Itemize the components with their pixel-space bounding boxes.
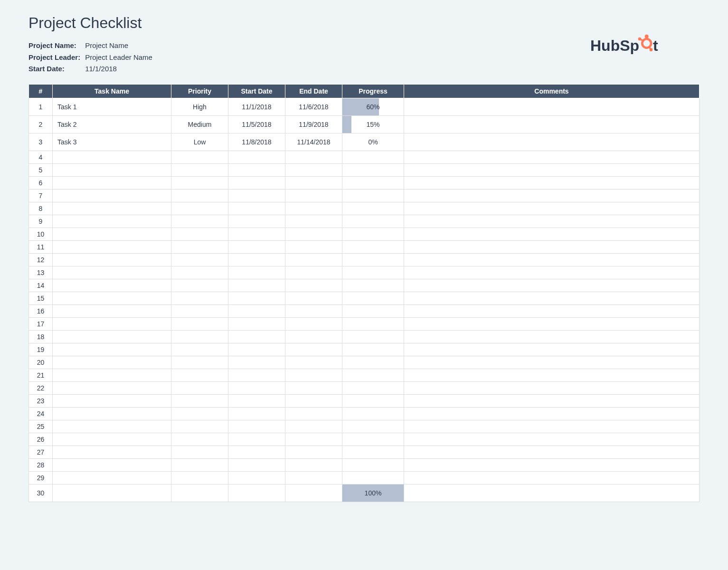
- priority-cell[interactable]: [171, 458, 228, 471]
- progress-cell[interactable]: [342, 407, 404, 420]
- priority-cell[interactable]: [171, 420, 228, 433]
- end-date-cell[interactable]: [285, 253, 342, 266]
- end-date-cell[interactable]: [285, 292, 342, 304]
- end-date-cell[interactable]: [285, 369, 342, 381]
- priority-cell[interactable]: [171, 381, 228, 394]
- progress-cell[interactable]: [342, 228, 404, 240]
- task-name-cell[interactable]: [53, 433, 171, 446]
- progress-cell[interactable]: 15%: [342, 115, 404, 133]
- progress-cell[interactable]: [342, 215, 404, 228]
- progress-cell[interactable]: [342, 176, 404, 189]
- task-name-cell[interactable]: Task 2: [53, 115, 171, 133]
- task-name-cell[interactable]: [53, 292, 171, 304]
- end-date-cell[interactable]: [285, 202, 342, 215]
- task-name-cell[interactable]: [53, 369, 171, 381]
- progress-cell[interactable]: [342, 369, 404, 381]
- start-date-cell[interactable]: [228, 343, 285, 356]
- end-date-cell[interactable]: 11/14/2018: [285, 133, 342, 151]
- start-date-cell[interactable]: [228, 356, 285, 369]
- task-name-cell[interactable]: [53, 228, 171, 240]
- task-name-cell[interactable]: [53, 420, 171, 433]
- comments-cell[interactable]: [404, 189, 700, 202]
- start-date-cell[interactable]: 11/1/2018: [228, 98, 285, 115]
- end-date-cell[interactable]: [285, 407, 342, 420]
- start-date-cell[interactable]: [228, 279, 285, 292]
- task-name-cell[interactable]: [53, 343, 171, 356]
- start-date-cell[interactable]: [228, 240, 285, 253]
- start-date-cell[interactable]: [228, 176, 285, 189]
- comments-cell[interactable]: [404, 304, 700, 317]
- comments-cell[interactable]: [404, 433, 700, 446]
- comments-cell[interactable]: [404, 330, 700, 343]
- comments-cell[interactable]: [404, 317, 700, 330]
- start-date-cell[interactable]: [228, 458, 285, 471]
- task-name-cell[interactable]: [53, 407, 171, 420]
- comments-cell[interactable]: [404, 151, 700, 163]
- priority-cell[interactable]: [171, 176, 228, 189]
- priority-cell[interactable]: [171, 369, 228, 381]
- comments-cell[interactable]: [404, 381, 700, 394]
- start-date-cell[interactable]: [228, 420, 285, 433]
- start-date-cell[interactable]: [228, 292, 285, 304]
- end-date-cell[interactable]: [285, 215, 342, 228]
- start-date-cell[interactable]: [228, 471, 285, 484]
- end-date-cell[interactable]: [285, 189, 342, 202]
- comments-cell[interactable]: [404, 176, 700, 189]
- end-date-cell[interactable]: [285, 381, 342, 394]
- start-date-cell[interactable]: [228, 215, 285, 228]
- start-date-cell[interactable]: [228, 330, 285, 343]
- progress-cell[interactable]: [342, 343, 404, 356]
- comments-cell[interactable]: [404, 228, 700, 240]
- priority-cell[interactable]: [171, 292, 228, 304]
- progress-cell[interactable]: [342, 356, 404, 369]
- comments-cell[interactable]: [404, 394, 700, 407]
- priority-cell[interactable]: [171, 484, 228, 502]
- priority-cell[interactable]: [171, 151, 228, 163]
- progress-cell[interactable]: [342, 458, 404, 471]
- comments-cell[interactable]: [404, 458, 700, 471]
- priority-cell[interactable]: Medium: [171, 115, 228, 133]
- task-name-cell[interactable]: [53, 381, 171, 394]
- comments-cell[interactable]: [404, 343, 700, 356]
- task-name-cell[interactable]: [53, 189, 171, 202]
- comments-cell[interactable]: [404, 279, 700, 292]
- priority-cell[interactable]: [171, 407, 228, 420]
- task-name-cell[interactable]: [53, 458, 171, 471]
- start-date-cell[interactable]: [228, 484, 285, 502]
- task-name-cell[interactable]: [53, 330, 171, 343]
- priority-cell[interactable]: [171, 394, 228, 407]
- priority-cell[interactable]: [171, 471, 228, 484]
- start-date-cell[interactable]: [228, 163, 285, 176]
- end-date-cell[interactable]: [285, 279, 342, 292]
- progress-cell[interactable]: [342, 446, 404, 458]
- priority-cell[interactable]: [171, 189, 228, 202]
- priority-cell[interactable]: [171, 240, 228, 253]
- end-date-cell[interactable]: [285, 163, 342, 176]
- progress-cell[interactable]: 0%: [342, 133, 404, 151]
- start-date-cell[interactable]: [228, 228, 285, 240]
- progress-cell[interactable]: 100%: [342, 484, 404, 502]
- task-name-cell[interactable]: [53, 151, 171, 163]
- task-name-cell[interactable]: [53, 471, 171, 484]
- start-date-cell[interactable]: [228, 151, 285, 163]
- progress-cell[interactable]: [342, 253, 404, 266]
- priority-cell[interactable]: Low: [171, 133, 228, 151]
- task-name-cell[interactable]: [53, 202, 171, 215]
- priority-cell[interactable]: [171, 228, 228, 240]
- progress-cell[interactable]: [342, 304, 404, 317]
- start-date-cell[interactable]: [228, 317, 285, 330]
- priority-cell[interactable]: [171, 433, 228, 446]
- priority-cell[interactable]: [171, 356, 228, 369]
- progress-cell[interactable]: [342, 394, 404, 407]
- priority-cell[interactable]: [171, 279, 228, 292]
- end-date-cell[interactable]: [285, 433, 342, 446]
- comments-cell[interactable]: [404, 356, 700, 369]
- start-date-cell[interactable]: 11/5/2018: [228, 115, 285, 133]
- progress-cell[interactable]: [342, 420, 404, 433]
- start-date-cell[interactable]: [228, 304, 285, 317]
- comments-cell[interactable]: [404, 115, 700, 133]
- progress-cell[interactable]: [342, 381, 404, 394]
- comments-cell[interactable]: [404, 215, 700, 228]
- comments-cell[interactable]: [404, 163, 700, 176]
- priority-cell[interactable]: [171, 163, 228, 176]
